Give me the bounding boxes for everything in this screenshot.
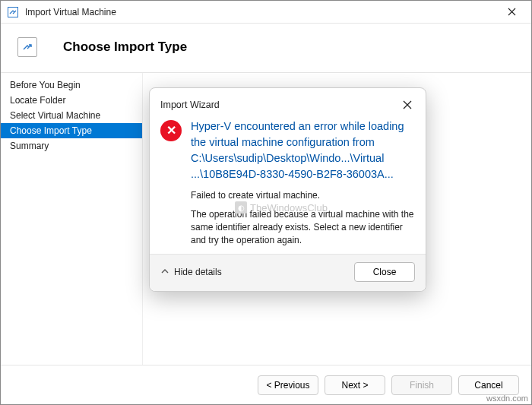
previous-button[interactable]: < Previous <box>258 375 318 395</box>
sidebar-item-before-you-begin[interactable]: Before You Begin <box>1 78 142 93</box>
chevron-up-icon <box>160 267 169 278</box>
dialog-titlebar: Import Wizard <box>150 88 426 119</box>
dialog-subtext-1: Failed to create virtual machine. <box>191 190 415 201</box>
import-wizard-error-dialog: Import Wizard ✕ Hyper-V encountered an e… <box>149 87 426 292</box>
dialog-body: ✕ Hyper-V encountered an error while loa… <box>150 119 426 254</box>
wizard-footer: < Previous Next > Finish Cancel <box>1 365 531 404</box>
finish-button: Finish <box>391 375 452 395</box>
hide-details-toggle[interactable]: Hide details <box>160 267 222 278</box>
dialog-title: Import Wizard <box>160 100 220 110</box>
sidebar-item-summary[interactable]: Summary <box>1 138 142 153</box>
dialog-close-x[interactable] <box>398 96 416 114</box>
dialog-subtext-2: The operation failed because a virtual m… <box>191 208 415 246</box>
titlebar: Import Virtual Machine <box>1 1 531 24</box>
dialog-footer: Hide details Close <box>150 254 426 291</box>
error-icon: ✕ <box>160 119 182 246</box>
sidebar-item-select-vm[interactable]: Select Virtual Machine <box>1 108 142 123</box>
window-close-button[interactable] <box>496 2 527 23</box>
page-title: Choose Import Type <box>63 40 187 55</box>
wizard-sidebar: Before You Begin Locate Folder Select Vi… <box>1 73 142 373</box>
hide-details-label: Hide details <box>174 267 222 277</box>
import-vm-window: Import Virtual Machine Choose Import Typ… <box>0 0 532 405</box>
svg-rect-0 <box>8 7 18 17</box>
wizard-header: Choose Import Type <box>1 24 531 73</box>
dialog-headline: Hyper-V encountered an error while loadi… <box>191 119 415 182</box>
dialog-close-button[interactable]: Close <box>354 262 415 282</box>
titlebar-left: Import Virtual Machine <box>7 6 116 18</box>
cancel-button[interactable]: Cancel <box>458 375 519 395</box>
sidebar-item-choose-import-type[interactable]: Choose Import Type <box>1 123 142 138</box>
app-icon <box>7 6 19 18</box>
next-button[interactable]: Next > <box>325 375 385 395</box>
dialog-message: Hyper-V encountered an error while loadi… <box>191 119 415 246</box>
wizard-icon <box>17 37 37 57</box>
sidebar-item-locate-folder[interactable]: Locate Folder <box>1 93 142 108</box>
titlebar-title: Import Virtual Machine <box>25 7 116 17</box>
